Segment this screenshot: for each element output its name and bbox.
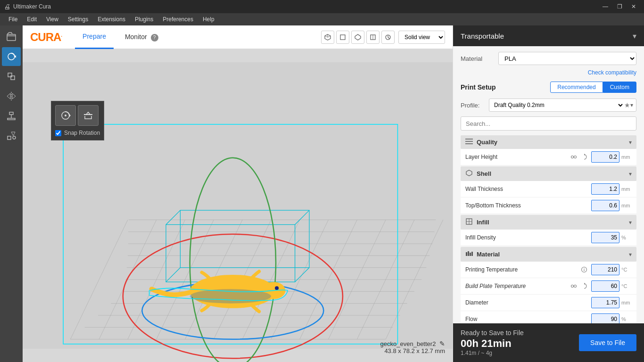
3d-viewport[interactable]: Snap Rotation bbox=[23, 49, 453, 362]
snap-rotation-label[interactable]: Snap Rotation bbox=[64, 130, 100, 136]
build-plate-link-btn[interactable] bbox=[570, 282, 578, 290]
layer-height-input[interactable] bbox=[591, 151, 619, 163]
snap-rotation-checkbox[interactable] bbox=[55, 130, 61, 136]
topbottom-thickness-label: Top/Bottom Thickness bbox=[465, 202, 588, 209]
diameter-input[interactable] bbox=[591, 297, 619, 308]
tab-recommended[interactable]: Recommended bbox=[550, 82, 603, 93]
menu-plugins[interactable]: Plugins bbox=[130, 13, 158, 25]
snap-rotation-row: Snap Rotation bbox=[55, 128, 100, 136]
infill-section: Infill ▾ Infill Density % bbox=[461, 215, 636, 246]
infill-icon bbox=[465, 218, 473, 227]
view-perspective-button[interactable] bbox=[321, 31, 334, 44]
flow-unit: % bbox=[621, 316, 632, 322]
rotate-face-button[interactable] bbox=[78, 105, 99, 126]
infill-density-input[interactable] bbox=[591, 232, 619, 243]
build-plate-temp-label: Build Plate Temperature bbox=[465, 283, 570, 289]
menu-file[interactable]: File bbox=[4, 13, 22, 25]
tab-monitor[interactable]: Monitor ? bbox=[117, 25, 166, 49]
build-plate-reset-btn[interactable] bbox=[580, 282, 588, 290]
material-section-header[interactable]: Material ▾ bbox=[461, 247, 636, 262]
tab-custom[interactable]: Custom bbox=[603, 82, 636, 93]
quality-section-header[interactable]: Quality ▾ bbox=[461, 135, 636, 149]
menu-edit[interactable]: Edit bbox=[22, 13, 41, 25]
close-button[interactable]: ✕ bbox=[627, 2, 640, 11]
view-top-button[interactable] bbox=[351, 31, 364, 44]
edit-filename-icon[interactable]: ✎ bbox=[439, 340, 445, 347]
wall-thickness-label: Wall Thickness bbox=[465, 186, 588, 192]
profile-star-icon[interactable]: ★ bbox=[624, 101, 630, 109]
menu-extensions[interactable]: Extensions bbox=[93, 13, 130, 25]
layer-height-reset-btn[interactable] bbox=[580, 153, 588, 161]
svg-point-80 bbox=[584, 268, 585, 269]
material-settings-section: Material ▾ Printing Temperature °C bbox=[461, 247, 636, 323]
shell-section-chevron: ▾ bbox=[629, 171, 632, 177]
layer-height-icons bbox=[570, 153, 588, 161]
print-detail: 1.41m / ~ 4g bbox=[461, 350, 524, 356]
profile-dropdown[interactable]: Draft Quality 0.2mm Normal Quality 0.15m… bbox=[492, 101, 624, 109]
svg-point-82 bbox=[574, 285, 577, 288]
profile-selector: Draft Quality 0.2mm Normal Quality 0.15m… bbox=[489, 99, 636, 112]
panel-chevron-icon[interactable]: ▾ bbox=[633, 32, 636, 41]
svg-point-68 bbox=[574, 156, 577, 158]
profile-label: Profile: bbox=[461, 102, 489, 109]
rotation-buttons bbox=[55, 105, 100, 126]
view-side-button[interactable] bbox=[366, 31, 380, 44]
monitor-help-icon[interactable]: ? bbox=[151, 34, 158, 41]
menu-help[interactable]: Help bbox=[198, 13, 219, 25]
menu-view[interactable]: View bbox=[41, 13, 63, 25]
panel-body[interactable]: Material PLA ABS PETG TPU Nylon Check co… bbox=[453, 46, 644, 323]
infill-section-header[interactable]: Infill ▾ bbox=[461, 215, 636, 230]
topbottom-thickness-unit: mm bbox=[621, 203, 632, 208]
print-temp-input[interactable] bbox=[591, 264, 619, 275]
settings-search-input[interactable] bbox=[461, 116, 636, 131]
reset-rotation-button[interactable] bbox=[55, 105, 76, 126]
topbottom-thickness-input[interactable] bbox=[591, 200, 619, 211]
build-plate-temp-input[interactable] bbox=[591, 280, 619, 292]
view-mode-dropdown[interactable]: Solid view X-Ray view Layer view bbox=[398, 31, 445, 44]
print-temp-icons bbox=[580, 265, 588, 274]
restore-button[interactable]: ❐ bbox=[613, 2, 626, 11]
app-logo: CURA. bbox=[30, 31, 62, 44]
print-temp-info-btn[interactable] bbox=[580, 265, 588, 274]
titlebar: 🖨 Ultimaker Cura — ❐ ✕ bbox=[0, 0, 644, 13]
wall-thickness-input[interactable] bbox=[591, 183, 619, 195]
svg-point-21 bbox=[65, 115, 66, 116]
material-row: Material PLA ABS PETG TPU Nylon bbox=[461, 52, 636, 65]
tab-prepare[interactable]: Prepare bbox=[75, 25, 114, 49]
view-front-button[interactable] bbox=[336, 31, 349, 44]
layer-height-row: Layer Height mm bbox=[461, 149, 636, 165]
filename-row: gecko_even_better2 ✎ bbox=[380, 340, 445, 347]
sidebar-settings2[interactable] bbox=[2, 126, 21, 145]
view-reset-button[interactable] bbox=[381, 31, 395, 44]
profile-chevron-icon[interactable]: ▾ bbox=[630, 102, 633, 108]
shell-section-header[interactable]: Shell ▾ bbox=[461, 166, 636, 181]
build-plate-temp-row: Build Plate Temperature °C bbox=[461, 278, 636, 295]
sidebar-mirror[interactable] bbox=[2, 87, 21, 106]
save-to-file-button[interactable]: Save to File bbox=[579, 334, 636, 351]
sidebar-open-file[interactable] bbox=[2, 27, 21, 46]
svg-rect-9 bbox=[9, 112, 13, 115]
sidebar-support[interactable] bbox=[2, 107, 21, 125]
topbottom-thickness-row: Top/Bottom Thickness mm bbox=[461, 197, 636, 214]
svg-marker-8 bbox=[12, 93, 16, 99]
app-title: Ultimaker Cura bbox=[13, 3, 51, 10]
diameter-unit: mm bbox=[621, 300, 632, 305]
svg-rect-76 bbox=[470, 253, 471, 256]
check-compatibility-link[interactable]: Check compatibility bbox=[588, 69, 636, 76]
minimize-button[interactable]: — bbox=[599, 2, 612, 11]
infill-density-row: Infill Density % bbox=[461, 230, 636, 246]
file-info: gecko_even_better2 ✎ 43.8 x 78.2 x 12.7 … bbox=[380, 340, 445, 354]
sidebar-rotate[interactable] bbox=[2, 47, 21, 66]
sidebar-scale[interactable] bbox=[2, 67, 21, 86]
wall-thickness-row: Wall Thickness mm bbox=[461, 181, 636, 197]
material-settings-icon bbox=[465, 250, 473, 259]
layer-height-link-btn[interactable] bbox=[570, 153, 578, 161]
time-info: Ready to Save to File 00h 21min 1.41m / … bbox=[461, 329, 524, 356]
svg-marker-13 bbox=[11, 132, 15, 136]
view-icon-buttons bbox=[321, 31, 395, 44]
menu-preferences[interactable]: Preferences bbox=[158, 13, 198, 25]
material-dropdown[interactable]: PLA ABS PETG TPU Nylon bbox=[498, 52, 636, 65]
flow-input[interactable] bbox=[591, 313, 619, 323]
menu-settings[interactable]: Settings bbox=[63, 13, 93, 25]
shell-section: Shell ▾ Wall Thickness mm Top/Bottom Thi… bbox=[461, 166, 636, 214]
